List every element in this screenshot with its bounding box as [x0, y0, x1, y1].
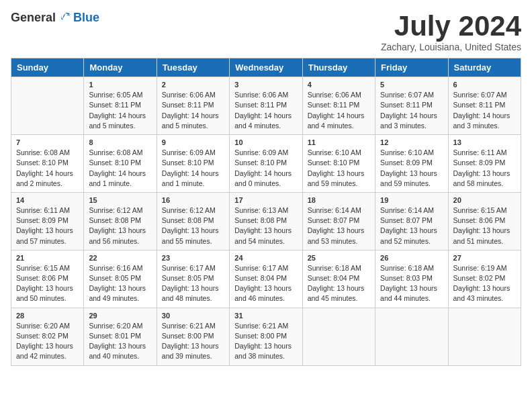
logo-bird-icon: [58, 11, 72, 25]
calendar-cell: 16Sunrise: 6:12 AM Sunset: 8:08 PM Dayli…: [157, 192, 229, 250]
logo-general-text: General: [11, 11, 56, 25]
header-thursday: Thursday: [302, 58, 375, 77]
calendar-cell: 23Sunrise: 6:17 AM Sunset: 8:05 PM Dayli…: [157, 250, 229, 308]
calendar-cell: 15Sunrise: 6:12 AM Sunset: 8:08 PM Dayli…: [84, 192, 157, 250]
calendar-cell: 11Sunrise: 6:10 AM Sunset: 8:10 PM Dayli…: [302, 135, 375, 193]
logo: General Blue: [11, 11, 99, 25]
day-number: 2: [162, 81, 224, 89]
day-number: 9: [162, 138, 224, 146]
day-info: Sunrise: 6:18 AM Sunset: 8:04 PM Dayligh…: [308, 263, 370, 304]
day-info: Sunrise: 6:11 AM Sunset: 8:09 PM Dayligh…: [16, 205, 79, 246]
day-info: Sunrise: 6:21 AM Sunset: 8:00 PM Dayligh…: [162, 321, 224, 362]
header-tuesday: Tuesday: [157, 58, 229, 77]
calendar-cell: 4Sunrise: 6:06 AM Sunset: 8:11 PM Daylig…: [302, 77, 375, 135]
day-info: Sunrise: 6:07 AM Sunset: 8:11 PM Dayligh…: [453, 90, 516, 131]
day-info: Sunrise: 6:15 AM Sunset: 8:06 PM Dayligh…: [453, 205, 516, 246]
day-number: 7: [16, 138, 79, 146]
calendar-cell: 27Sunrise: 6:19 AM Sunset: 8:02 PM Dayli…: [448, 250, 521, 308]
day-number: 5: [380, 81, 443, 89]
calendar-cell: 3Sunrise: 6:06 AM Sunset: 8:11 PM Daylig…: [230, 77, 302, 135]
day-number: 13: [453, 138, 516, 146]
day-info: Sunrise: 6:15 AM Sunset: 8:06 PM Dayligh…: [16, 263, 79, 304]
day-number: 29: [89, 312, 151, 320]
calendar-cell: [302, 308, 375, 365]
day-number: 3: [234, 81, 297, 89]
day-number: 4: [308, 81, 370, 89]
day-info: Sunrise: 6:07 AM Sunset: 8:11 PM Dayligh…: [380, 90, 443, 131]
day-number: 1: [89, 81, 151, 89]
calendar-cell: 17Sunrise: 6:13 AM Sunset: 8:08 PM Dayli…: [230, 192, 302, 250]
day-number: 14: [16, 196, 79, 204]
day-number: 15: [89, 196, 151, 204]
day-info: Sunrise: 6:09 AM Sunset: 8:10 PM Dayligh…: [162, 148, 224, 189]
calendar-cell: 5Sunrise: 6:07 AM Sunset: 8:11 PM Daylig…: [375, 77, 448, 135]
day-number: 30: [162, 312, 224, 320]
day-info: Sunrise: 6:08 AM Sunset: 8:10 PM Dayligh…: [89, 148, 151, 189]
calendar-cell: 30Sunrise: 6:21 AM Sunset: 8:00 PM Dayli…: [157, 308, 229, 365]
calendar-cell: [448, 308, 521, 365]
day-info: Sunrise: 6:05 AM Sunset: 8:11 PM Dayligh…: [89, 90, 151, 131]
header-saturday: Saturday: [448, 58, 521, 77]
day-info: Sunrise: 6:14 AM Sunset: 8:07 PM Dayligh…: [380, 205, 443, 246]
calendar-cell: 29Sunrise: 6:20 AM Sunset: 8:01 PM Dayli…: [84, 308, 157, 365]
day-info: Sunrise: 6:12 AM Sunset: 8:08 PM Dayligh…: [162, 205, 224, 246]
calendar-cell: 19Sunrise: 6:14 AM Sunset: 8:07 PM Dayli…: [375, 192, 448, 250]
header-monday: Monday: [84, 58, 157, 77]
header-wednesday: Wednesday: [230, 58, 302, 77]
week-row-4: 21Sunrise: 6:15 AM Sunset: 8:06 PM Dayli…: [11, 250, 521, 308]
week-row-5: 28Sunrise: 6:20 AM Sunset: 8:02 PM Dayli…: [11, 308, 521, 365]
day-info: Sunrise: 6:13 AM Sunset: 8:08 PM Dayligh…: [234, 205, 297, 246]
day-number: 20: [453, 196, 516, 204]
header-friday: Friday: [375, 58, 448, 77]
calendar-cell: [11, 77, 84, 135]
day-info: Sunrise: 6:14 AM Sunset: 8:07 PM Dayligh…: [308, 205, 370, 246]
day-info: Sunrise: 6:21 AM Sunset: 8:00 PM Dayligh…: [234, 321, 297, 362]
logo-area: General Blue: [11, 11, 99, 25]
week-row-2: 7Sunrise: 6:08 AM Sunset: 8:10 PM Daylig…: [11, 135, 521, 193]
day-info: Sunrise: 6:18 AM Sunset: 8:03 PM Dayligh…: [380, 263, 443, 304]
calendar-cell: [375, 308, 448, 365]
header: General Blue July 2024 Zachary, Louisian…: [11, 11, 521, 52]
day-number: 23: [162, 254, 224, 262]
day-number: 19: [380, 196, 443, 204]
day-number: 21: [16, 254, 79, 262]
calendar-cell: 6Sunrise: 6:07 AM Sunset: 8:11 PM Daylig…: [448, 77, 521, 135]
day-number: 27: [453, 254, 516, 262]
day-info: Sunrise: 6:06 AM Sunset: 8:11 PM Dayligh…: [234, 90, 297, 131]
calendar-cell: 12Sunrise: 6:10 AM Sunset: 8:09 PM Dayli…: [375, 135, 448, 193]
calendar-cell: 7Sunrise: 6:08 AM Sunset: 8:10 PM Daylig…: [11, 135, 84, 193]
calendar-cell: 13Sunrise: 6:11 AM Sunset: 8:09 PM Dayli…: [448, 135, 521, 193]
day-number: 11: [308, 138, 370, 146]
day-number: 26: [380, 254, 443, 262]
day-info: Sunrise: 6:16 AM Sunset: 8:05 PM Dayligh…: [89, 263, 151, 304]
calendar-cell: 20Sunrise: 6:15 AM Sunset: 8:06 PM Dayli…: [448, 192, 521, 250]
title-area: July 2024 Zachary, Louisiana, United Sta…: [381, 11, 521, 52]
day-number: 8: [89, 138, 151, 146]
calendar-cell: 28Sunrise: 6:20 AM Sunset: 8:02 PM Dayli…: [11, 308, 84, 365]
day-number: 31: [234, 312, 297, 320]
calendar-cell: 8Sunrise: 6:08 AM Sunset: 8:10 PM Daylig…: [84, 135, 157, 193]
week-row-1: 1Sunrise: 6:05 AM Sunset: 8:11 PM Daylig…: [11, 77, 521, 135]
location-subtitle: Zachary, Louisiana, United States: [381, 42, 521, 52]
day-info: Sunrise: 6:08 AM Sunset: 8:10 PM Dayligh…: [16, 148, 79, 189]
calendar-header: SundayMondayTuesdayWednesdayThursdayFrid…: [11, 58, 521, 77]
day-info: Sunrise: 6:17 AM Sunset: 8:04 PM Dayligh…: [234, 263, 297, 304]
day-number: 6: [453, 81, 516, 89]
day-info: Sunrise: 6:17 AM Sunset: 8:05 PM Dayligh…: [162, 263, 224, 304]
calendar-cell: 14Sunrise: 6:11 AM Sunset: 8:09 PM Dayli…: [11, 192, 84, 250]
calendar-table: SundayMondayTuesdayWednesdayThursdayFrid…: [11, 58, 521, 365]
calendar-cell: 2Sunrise: 6:06 AM Sunset: 8:11 PM Daylig…: [157, 77, 229, 135]
calendar-body: 1Sunrise: 6:05 AM Sunset: 8:11 PM Daylig…: [11, 77, 521, 365]
day-number: 22: [89, 254, 151, 262]
header-sunday: Sunday: [11, 58, 84, 77]
calendar-cell: 1Sunrise: 6:05 AM Sunset: 8:11 PM Daylig…: [84, 77, 157, 135]
day-info: Sunrise: 6:19 AM Sunset: 8:02 PM Dayligh…: [453, 263, 516, 304]
day-info: Sunrise: 6:10 AM Sunset: 8:09 PM Dayligh…: [380, 148, 443, 189]
day-info: Sunrise: 6:10 AM Sunset: 8:10 PM Dayligh…: [308, 148, 370, 189]
day-number: 10: [234, 138, 297, 146]
calendar-cell: 31Sunrise: 6:21 AM Sunset: 8:00 PM Dayli…: [230, 308, 302, 365]
day-number: 12: [380, 138, 443, 146]
day-info: Sunrise: 6:06 AM Sunset: 8:11 PM Dayligh…: [308, 90, 370, 131]
day-number: 18: [308, 196, 370, 204]
day-number: 28: [16, 312, 79, 320]
